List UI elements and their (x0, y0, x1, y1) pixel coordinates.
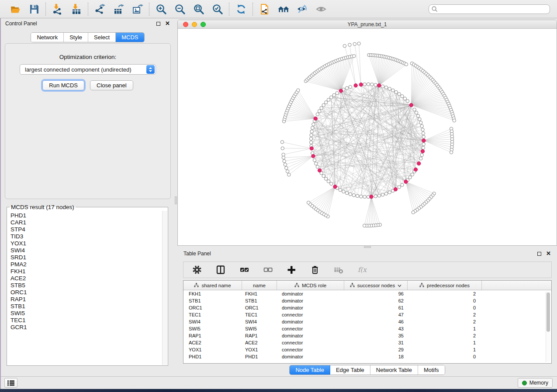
export-table-icon[interactable] (113, 3, 125, 15)
zoom-in-icon[interactable] (155, 3, 167, 15)
table-row[interactable]: ACE2ACE2connector311 (183, 339, 551, 346)
window-zoom-icon[interactable] (201, 22, 206, 27)
network-graph[interactable] (178, 29, 557, 246)
select-all-icon[interactable] (238, 264, 250, 276)
show-columns-icon[interactable] (214, 264, 226, 276)
deselect-all-icon[interactable] (262, 264, 273, 276)
table-row[interactable]: YOX1YOX1connector291 (183, 346, 551, 353)
tab-node-table[interactable]: Node Table (290, 365, 330, 375)
mcds-result-item[interactable]: SRD1 (10, 254, 168, 261)
mcds-result-item[interactable]: STP4 (10, 226, 168, 233)
open-session-icon[interactable] (9, 3, 21, 15)
tab-motifs[interactable]: Motifs (418, 365, 445, 375)
task-history-button[interactable] (4, 378, 17, 388)
table-cell: dominator (277, 290, 344, 297)
close-panel-button[interactable]: Close panel (90, 80, 133, 90)
column-header-MCDS-role[interactable]: MCDS role (277, 281, 344, 290)
delete-row-icon[interactable] (309, 264, 321, 276)
table-row[interactable]: SWI4SWI4dominator462 (183, 318, 551, 325)
table-row[interactable]: STB1STB1dominator620 (183, 297, 551, 304)
mcds-result-item[interactable]: ORC1 (10, 289, 168, 296)
table-cell: RAP1 (242, 332, 277, 339)
share-document-icon[interactable] (259, 3, 270, 15)
column-header-successor-nodes[interactable]: successor nodes (344, 281, 408, 290)
table-row[interactable]: PHD1PHD1dominator180 (183, 353, 551, 360)
table-row[interactable]: ORC1ORC1dominator610 (183, 304, 551, 311)
mcds-result-item[interactable]: STB1 (10, 303, 168, 310)
close-panel-icon[interactable]: ✕ (165, 21, 170, 26)
save-session-icon[interactable] (28, 3, 40, 15)
table-cell: TEC1 (242, 311, 277, 318)
memory-label: Memory (529, 380, 548, 386)
status-bar: Memory (0, 376, 557, 389)
column-header-predecessor-nodes[interactable]: predecessor nodes (408, 281, 482, 290)
export-image-icon[interactable] (131, 3, 143, 15)
table-cell: dominator (277, 318, 344, 325)
tab-network[interactable]: Network (31, 33, 64, 42)
mcds-result-item[interactable]: TEC1 (10, 317, 168, 324)
mcds-result-item[interactable]: RAP1 (10, 296, 168, 303)
splitter-grip[interactable] (175, 196, 177, 204)
table-cell: 31 (344, 339, 408, 346)
mcds-list-scrollbar[interactable] (162, 211, 167, 365)
mcds-result-item[interactable]: FKH1 (10, 268, 168, 275)
table-row[interactable]: SWI5SWI5connector431 (183, 325, 551, 332)
table-cell: SWI4 (183, 318, 242, 325)
zoom-out-icon[interactable] (174, 3, 186, 15)
export-network-icon[interactable] (94, 3, 106, 15)
column-header-name[interactable]: name (242, 281, 277, 290)
table-cell: 2 (408, 311, 482, 318)
column-header-shared-name[interactable]: shared name (183, 281, 242, 290)
refresh-icon[interactable] (235, 3, 247, 15)
mcds-result-item[interactable]: SWI4 (10, 247, 168, 254)
cytoscape-window: Control Panel ✕ NetworkStyleSelectMCDS O… (0, 0, 557, 389)
mcds-result-item[interactable]: SWI5 (10, 310, 168, 317)
run-mcds-button[interactable]: Run MCDS (42, 80, 84, 90)
tab-mcds[interactable]: MCDS (116, 33, 144, 42)
mcds-result-item[interactable]: PMA2 (10, 261, 168, 268)
show-all-icon[interactable] (315, 3, 327, 15)
mcds-result-item[interactable]: ACE2 (10, 275, 168, 282)
table-row[interactable]: TEC1TEC1connector472 (183, 311, 551, 318)
toolbar-group (229, 3, 253, 15)
tab-edge-table[interactable]: Edge Table (330, 365, 370, 375)
window-minimize-icon[interactable] (192, 22, 197, 27)
mcds-result-item[interactable]: STB5 (10, 282, 168, 289)
close-table-panel-icon[interactable]: ✕ (546, 251, 551, 256)
network-titlebar: YPA_prune.txt_1 (178, 20, 557, 29)
table-cell: 46 (344, 318, 408, 325)
network-window: YPA_prune.txt_1 (177, 20, 557, 246)
tab-style[interactable]: Style (64, 33, 88, 42)
criterion-select[interactable]: largest connected component (undirected) (20, 64, 156, 75)
float-panel-icon[interactable] (156, 22, 160, 26)
search-input[interactable] (429, 4, 550, 14)
mcds-result-item[interactable]: CAR1 (10, 219, 168, 226)
table-cell: SWI5 (183, 325, 242, 332)
import-table-icon[interactable] (70, 3, 82, 15)
add-row-icon[interactable] (285, 264, 297, 276)
memory-button[interactable]: Memory (518, 378, 553, 388)
float-table-panel-icon[interactable] (537, 252, 541, 256)
vertical-splitter[interactable] (174, 18, 177, 376)
table-row[interactable]: FKH1FKH1dominator962 (183, 290, 551, 297)
import-network-icon[interactable] (52, 3, 63, 15)
zoom-selected-icon[interactable] (211, 3, 223, 15)
table-scrollbar-thumb[interactable] (547, 292, 550, 332)
window-close-icon[interactable] (183, 22, 188, 27)
mcds-result-item[interactable]: YOX1 (10, 240, 168, 247)
toolbar-group (88, 3, 149, 15)
table-row[interactable]: RAP1RAP1dominator352 (183, 332, 551, 339)
mcds-result-item[interactable]: GCR1 (10, 324, 168, 331)
mcds-result-item[interactable]: TID3 (10, 233, 168, 240)
hide-selected-icon[interactable] (296, 3, 308, 15)
tab-select[interactable]: Select (88, 33, 116, 42)
mcds-result-item[interactable]: PHD1 (10, 212, 168, 219)
home-network-icon[interactable] (277, 3, 289, 15)
zoom-fit-icon[interactable] (193, 3, 204, 15)
tab-network-table[interactable]: Network Table (370, 365, 418, 375)
table-scrollbar[interactable] (546, 292, 550, 362)
table-cell: 18 (344, 353, 408, 360)
splitter-grip-h[interactable] (364, 246, 371, 248)
node-table: shared namenameMCDS rolesuccessor nodesp… (183, 280, 552, 364)
table-settings-icon[interactable] (191, 264, 203, 276)
